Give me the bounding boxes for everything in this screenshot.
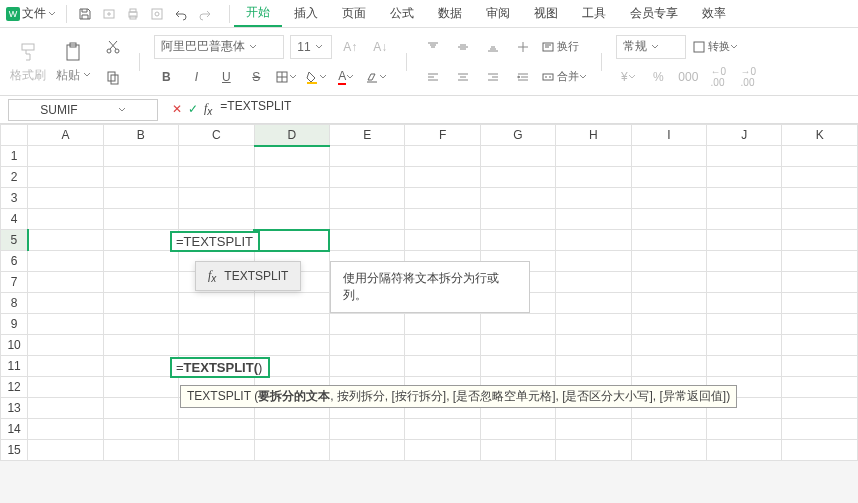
cell[interactable] — [28, 335, 103, 356]
cell[interactable] — [480, 419, 555, 440]
cell[interactable] — [405, 440, 480, 461]
cell[interactable] — [329, 335, 404, 356]
cell[interactable] — [782, 209, 858, 230]
cell[interactable] — [631, 251, 706, 272]
font-color-button[interactable]: A — [334, 65, 358, 89]
cell[interactable] — [707, 272, 782, 293]
col-header[interactable]: F — [405, 125, 480, 146]
col-header[interactable]: K — [782, 125, 858, 146]
cell[interactable] — [179, 314, 254, 335]
row-header[interactable]: 7 — [1, 272, 28, 293]
cell[interactable] — [103, 251, 178, 272]
redo-icon[interactable] — [197, 6, 213, 22]
align-left-button[interactable] — [421, 65, 445, 89]
cut-button[interactable] — [101, 35, 125, 59]
cell[interactable] — [707, 167, 782, 188]
cell[interactable] — [782, 146, 858, 167]
cell[interactable] — [329, 356, 404, 377]
indent-button[interactable] — [511, 65, 535, 89]
row-header[interactable]: 12 — [1, 377, 28, 398]
paste-group[interactable]: 粘贴 — [56, 39, 91, 84]
row-header[interactable]: 9 — [1, 314, 28, 335]
cell[interactable] — [28, 188, 103, 209]
cell[interactable] — [556, 314, 631, 335]
fx-icon[interactable]: fx — [204, 101, 212, 117]
clear-format-button[interactable] — [364, 65, 388, 89]
row-header[interactable]: 1 — [1, 146, 28, 167]
cell[interactable] — [28, 209, 103, 230]
cell[interactable] — [782, 419, 858, 440]
cell[interactable] — [254, 209, 329, 230]
file-menu[interactable]: W 文件 — [6, 5, 56, 22]
copy-button[interactable] — [101, 65, 125, 89]
row-header[interactable]: 5 — [1, 230, 28, 251]
row-header[interactable]: 3 — [1, 188, 28, 209]
cell[interactable] — [480, 335, 555, 356]
cell[interactable] — [707, 335, 782, 356]
cell[interactable] — [28, 419, 103, 440]
cell[interactable] — [28, 167, 103, 188]
cell[interactable] — [28, 314, 103, 335]
cell[interactable] — [631, 188, 706, 209]
cell[interactable] — [782, 167, 858, 188]
formula-autocomplete-item[interactable]: fx TEXTSPLIT — [195, 261, 301, 291]
menu-tools[interactable]: 工具 — [570, 1, 618, 26]
cell[interactable] — [254, 167, 329, 188]
cell[interactable] — [179, 146, 254, 167]
menu-review[interactable]: 审阅 — [474, 1, 522, 26]
cell[interactable] — [480, 440, 555, 461]
cell[interactable] — [631, 167, 706, 188]
cell[interactable] — [103, 188, 178, 209]
menu-start[interactable]: 开始 — [234, 0, 282, 27]
cell[interactable] — [782, 188, 858, 209]
convert-button[interactable]: 转换 — [692, 35, 738, 59]
cell[interactable] — [480, 230, 555, 251]
cell[interactable] — [28, 230, 103, 251]
cell[interactable] — [329, 146, 404, 167]
cell[interactable] — [329, 314, 404, 335]
cell[interactable] — [631, 440, 706, 461]
cell[interactable] — [329, 230, 404, 251]
cell[interactable] — [556, 167, 631, 188]
format-painter-group[interactable]: 格式刷 — [10, 39, 46, 84]
cell[interactable] — [707, 356, 782, 377]
currency-button[interactable]: ¥ — [616, 65, 640, 89]
cell[interactable] — [556, 293, 631, 314]
fill-color-button[interactable] — [304, 65, 328, 89]
cell[interactable] — [28, 146, 103, 167]
cell[interactable] — [179, 440, 254, 461]
align-center-button[interactable] — [451, 65, 475, 89]
cell[interactable] — [28, 293, 103, 314]
menu-page[interactable]: 页面 — [330, 1, 378, 26]
underline-button[interactable]: U — [214, 65, 238, 89]
cell[interactable] — [103, 419, 178, 440]
align-right-button[interactable] — [481, 65, 505, 89]
row-header[interactable]: 6 — [1, 251, 28, 272]
cell[interactable] — [556, 188, 631, 209]
cell[interactable] — [28, 356, 103, 377]
cell[interactable] — [103, 167, 178, 188]
col-header[interactable]: I — [631, 125, 706, 146]
cell[interactable] — [556, 146, 631, 167]
cell[interactable] — [329, 209, 404, 230]
cell[interactable] — [782, 440, 858, 461]
cell[interactable] — [556, 272, 631, 293]
menu-view[interactable]: 视图 — [522, 1, 570, 26]
increase-decimal-button[interactable]: →0.00 — [736, 65, 760, 89]
cell[interactable] — [631, 419, 706, 440]
menu-eff[interactable]: 效率 — [690, 1, 738, 26]
strike-button[interactable]: S — [244, 65, 268, 89]
font-size-select[interactable]: 11 — [290, 35, 332, 59]
cell[interactable] — [103, 356, 178, 377]
cell[interactable] — [782, 314, 858, 335]
cell[interactable] — [480, 209, 555, 230]
bold-button[interactable]: B — [154, 65, 178, 89]
cell[interactable] — [179, 167, 254, 188]
cell-edit-c11[interactable]: =TEXTSPLIT() — [170, 357, 270, 378]
cell[interactable] — [480, 167, 555, 188]
cell[interactable] — [556, 356, 631, 377]
menu-formula[interactable]: 公式 — [378, 1, 426, 26]
cell[interactable] — [556, 335, 631, 356]
cell[interactable] — [707, 251, 782, 272]
cell[interactable] — [707, 293, 782, 314]
